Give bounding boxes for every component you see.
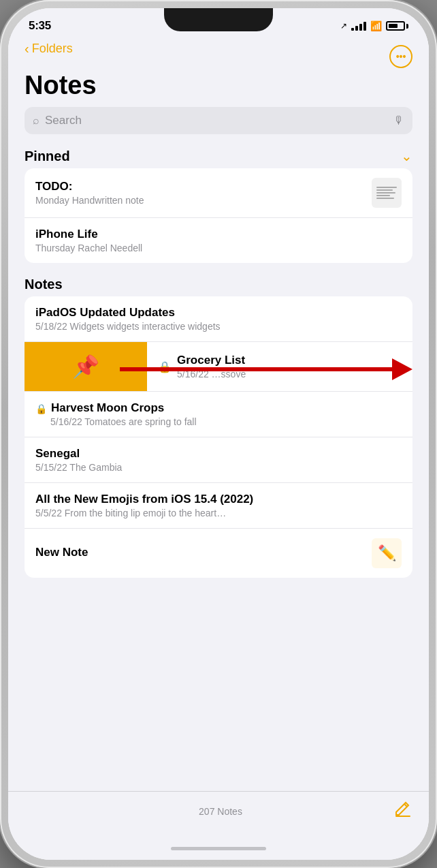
pinned-note-1-title: TODO: xyxy=(35,180,363,193)
main-content: ‹ Folders ••• Notes ⌕ Search 🎙 xyxy=(8,38,429,791)
note-emojis-title: All the New Emojis from iOS 15.4 (2022) xyxy=(35,493,402,506)
pinned-note-2-title: iPhone Life xyxy=(35,228,402,241)
note-harvest-subtitle: 5/16/22 Tomatoes are spring to fall xyxy=(50,416,402,427)
bottom-bar: 207 Notes xyxy=(8,791,429,837)
status-bar: 5:35 ↗ 📶 xyxy=(8,8,429,38)
grocery-list-row[interactable]: 📌 🔒 Grocery List 5/16/22 …ssove xyxy=(25,342,412,392)
page-title: Notes xyxy=(25,68,412,107)
notes-section-header: Notes xyxy=(8,274,429,296)
note-ipados-text: iPadOS Updated Updates 5/18/22 Widgets w… xyxy=(35,306,402,332)
pin-action[interactable]: 📌 xyxy=(25,342,147,391)
pinned-note-1[interactable]: TODO: Monday Handwritten note xyxy=(25,168,412,218)
note-harvest[interactable]: 🔒 Harvest Moon Crops 5/16/22 Tomatoes ar… xyxy=(25,392,412,437)
search-input[interactable]: Search xyxy=(45,114,388,127)
wifi-icon: 📶 xyxy=(370,20,382,31)
more-icon: ••• xyxy=(396,52,406,61)
note-new-thumbnail: ✏️ xyxy=(372,538,402,568)
nav-area: ‹ Folders ••• Notes xyxy=(8,38,429,107)
phone-frame: 5:35 ↗ 📶 xyxy=(0,0,437,868)
grocery-note-text: Grocery List 5/16/22 …ssove xyxy=(177,354,402,379)
harvest-lock-icon: 🔒 xyxy=(35,403,47,414)
home-indicator xyxy=(8,837,429,860)
note-senegal[interactable]: Senegal 5/15/22 The Gambia xyxy=(25,437,412,483)
search-bar[interactable]: ⌕ Search 🎙 xyxy=(25,107,412,134)
note-emojis[interactable]: All the New Emojis from iOS 15.4 (2022) … xyxy=(25,483,412,529)
pinned-notes-card: TODO: Monday Handwritten note xyxy=(25,168,412,263)
pinned-note-2[interactable]: iPhone Life Thursday Rachel Needell xyxy=(25,218,412,263)
grocery-note-content[interactable]: 🔒 Grocery List 5/16/22 …ssove xyxy=(147,342,412,391)
note-ipados-subtitle: 5/18/22 Widgets widgets interactive widg… xyxy=(35,321,402,332)
notes-section-card: iPadOS Updated Updates 5/18/22 Widgets w… xyxy=(25,296,412,578)
notes-count: 207 Notes xyxy=(48,806,393,817)
note-senegal-text: Senegal 5/15/22 The Gambia xyxy=(35,447,402,473)
note-ipados[interactable]: iPadOS Updated Updates 5/18/22 Widgets w… xyxy=(25,296,412,342)
pinned-note-2-subtitle: Thursday Rachel Needell xyxy=(35,243,402,253)
notch xyxy=(164,8,273,31)
status-time: 5:35 xyxy=(29,19,51,33)
mic-icon: 🎙 xyxy=(393,114,404,127)
status-icons: ↗ 📶 xyxy=(340,20,408,31)
back-label: Folders xyxy=(32,42,73,56)
more-button[interactable]: ••• xyxy=(389,45,412,68)
note-new[interactable]: New Note ✏️ xyxy=(25,529,412,578)
pinned-note-1-subtitle: Monday Handwritten note xyxy=(35,195,363,206)
pinned-section-header: Pinned ⌄ xyxy=(8,145,429,168)
pinned-title: Pinned xyxy=(25,149,70,164)
battery-icon xyxy=(386,21,408,31)
note-harvest-title: Harvest Moon Crops xyxy=(51,401,164,415)
note-emojis-text: All the New Emojis from iOS 15.4 (2022) … xyxy=(35,493,402,518)
signal-icon xyxy=(351,21,366,31)
note-senegal-subtitle: 5/15/22 The Gambia xyxy=(35,462,402,473)
note-senegal-title: Senegal xyxy=(35,447,402,461)
note-emojis-subtitle: 5/5/22 From the biting lip emoji to the … xyxy=(35,508,402,518)
pinned-note-2-text: iPhone Life Thursday Rachel Needell xyxy=(35,228,402,253)
note-harvest-text: 🔒 Harvest Moon Crops 5/16/22 Tomatoes ar… xyxy=(35,401,402,427)
compose-button[interactable] xyxy=(393,800,412,823)
phone-screen: 5:35 ↗ 📶 xyxy=(8,8,429,860)
note-new-text: New Note xyxy=(35,546,363,561)
location-icon: ↗ xyxy=(340,21,347,31)
nav-row: ‹ Folders ••• xyxy=(25,41,412,68)
pinned-chevron-icon[interactable]: ⌄ xyxy=(401,148,412,164)
home-bar xyxy=(171,847,266,850)
note-ipados-title: iPadOS Updated Updates xyxy=(35,306,402,320)
grocery-note-title: Grocery List xyxy=(177,354,402,367)
pinned-note-1-thumbnail xyxy=(372,178,402,208)
grocery-note-subtitle: 5/16/22 …ssove xyxy=(177,369,402,379)
pin-icon: 📌 xyxy=(72,354,99,379)
chevron-left-icon: ‹ xyxy=(25,41,29,57)
back-button[interactable]: ‹ Folders xyxy=(25,41,73,57)
note-new-title: New Note xyxy=(35,546,363,559)
pinned-note-1-text: TODO: Monday Handwritten note xyxy=(35,180,363,206)
lock-icon: 🔒 xyxy=(158,360,172,373)
screen-content: 5:35 ↗ 📶 xyxy=(8,8,429,860)
search-icon: ⌕ xyxy=(33,114,39,127)
notes-section-title: Notes xyxy=(25,277,63,292)
